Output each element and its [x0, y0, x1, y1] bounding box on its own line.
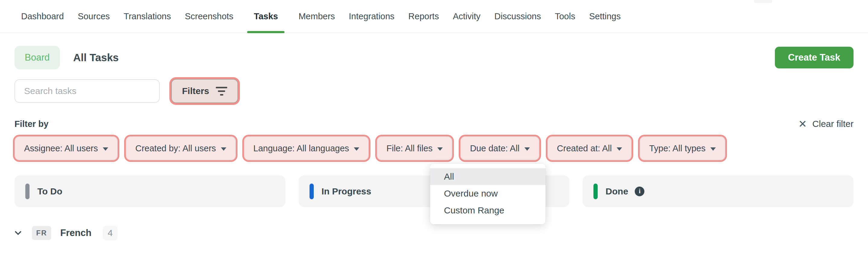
chip-label: File: All files [386, 144, 433, 153]
language-code-badge: FR [32, 226, 51, 240]
page-header: Board All Tasks Create Task [0, 33, 868, 69]
chip-label: Created at: All [557, 144, 612, 153]
todo-status-bar-icon [25, 184, 30, 199]
page-title: All Tasks [73, 52, 119, 64]
tab-members[interactable]: Members [299, 0, 335, 33]
language-name: French [60, 228, 91, 238]
search-toolbar: Filters [0, 69, 868, 103]
task-count-badge: 4 [103, 226, 118, 240]
tab-tools[interactable]: Tools [555, 0, 575, 33]
board-view-button[interactable]: Board [14, 46, 60, 69]
column-done-label: Done [606, 186, 628, 196]
filter-chip-file[interactable]: File: All files [377, 136, 453, 160]
top-navigation: Dashboard Sources Translations Screensho… [0, 0, 868, 33]
due-date-dropdown-menu: All Overdue now Custom Range [430, 164, 546, 224]
done-status-bar-icon [593, 184, 598, 199]
filter-chip-assignee[interactable]: Assignee: All users [14, 136, 118, 160]
filter-chip-due-date[interactable]: Due date: All [460, 136, 539, 160]
column-in-progress-label: In Progress [321, 186, 371, 196]
due-date-option-all[interactable]: All [430, 168, 546, 185]
search-input[interactable] [14, 79, 160, 103]
filter-lines-icon [216, 87, 227, 96]
filters-button-label: Filters [182, 86, 209, 96]
in-progress-status-bar-icon [310, 184, 314, 199]
filter-bar-header: Filter by ✕ Clear filter [0, 103, 868, 129]
chevron-down-icon[interactable] [11, 226, 25, 240]
tooltip-remnant [754, 0, 772, 3]
filter-chips-row: Assignee: All users Created by: All user… [0, 129, 868, 160]
filter-by-label: Filter by [14, 119, 49, 129]
tab-discussions[interactable]: Discussions [494, 0, 541, 33]
chevron-down-icon [437, 148, 443, 151]
create-task-button[interactable]: Create Task [775, 47, 854, 68]
chevron-down-icon [710, 148, 716, 151]
clear-filter-label: Clear filter [812, 119, 854, 129]
info-icon[interactable]: i [635, 187, 644, 196]
filter-chip-language[interactable]: Language: All languages [244, 136, 369, 160]
chevron-down-icon [354, 148, 359, 151]
chip-label: Type: All types [649, 144, 706, 153]
column-todo[interactable]: To Do [14, 176, 285, 207]
tab-dashboard[interactable]: Dashboard [21, 0, 64, 33]
filter-chip-type[interactable]: Type: All types [640, 136, 725, 160]
filter-chip-created-by[interactable]: Created by: All users [126, 136, 236, 160]
chevron-down-icon [221, 148, 226, 151]
chip-label: Created by: All users [135, 144, 216, 153]
chevron-down-icon [524, 148, 530, 151]
chevron-down-icon [617, 148, 622, 151]
tab-screenshots[interactable]: Screenshots [185, 0, 233, 33]
chevron-down-icon [103, 148, 108, 151]
tab-settings[interactable]: Settings [589, 0, 621, 33]
due-date-option-overdue-now[interactable]: Overdue now [430, 185, 546, 202]
filters-button[interactable]: Filters [171, 79, 238, 103]
chip-label: Language: All languages [253, 144, 349, 153]
tab-sources[interactable]: Sources [78, 0, 110, 33]
tab-activity[interactable]: Activity [453, 0, 480, 33]
filter-chip-created-at[interactable]: Created at: All [547, 136, 632, 160]
column-todo-label: To Do [37, 186, 62, 196]
clear-filter-button[interactable]: ✕ Clear filter [798, 119, 854, 129]
tab-tasks[interactable]: Tasks [247, 0, 284, 33]
close-icon: ✕ [798, 119, 807, 129]
chip-label: Assignee: All users [24, 144, 98, 153]
tab-reports[interactable]: Reports [408, 0, 439, 33]
tab-integrations[interactable]: Integrations [349, 0, 395, 33]
tab-translations[interactable]: Translations [124, 0, 171, 33]
column-done[interactable]: Done i [583, 176, 854, 207]
due-date-option-custom-range[interactable]: Custom Range [430, 202, 546, 219]
chip-label: Due date: All [470, 144, 519, 153]
